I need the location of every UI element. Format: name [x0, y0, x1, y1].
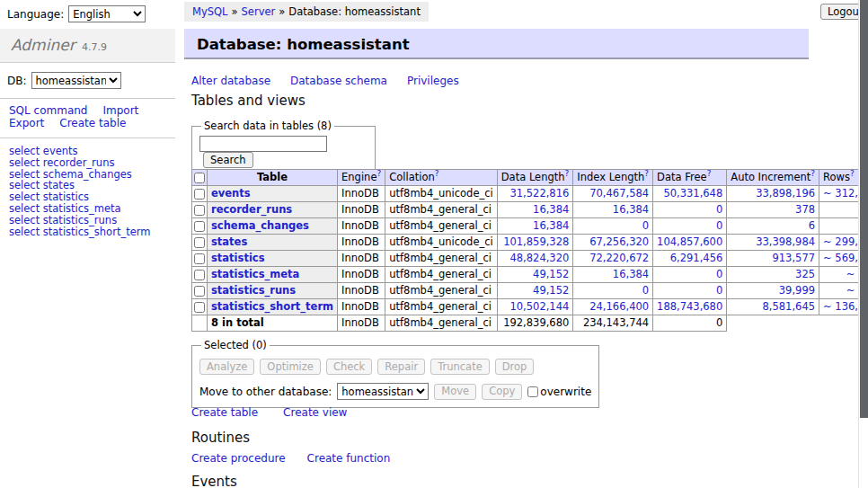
- sidebar-action-link[interactable]: Import: [102, 105, 138, 117]
- truncate-button[interactable]: Truncate: [430, 359, 490, 375]
- column-header: Collation?: [385, 170, 498, 186]
- row-checkbox[interactable]: [194, 189, 205, 200]
- overwrite-checkbox[interactable]: [527, 386, 538, 397]
- table-name-link[interactable]: statistics_short_term: [211, 300, 333, 313]
- data-length-link[interactable]: 10,502,144: [509, 300, 569, 313]
- search-fieldset: Search data in tables (8) Search: [191, 120, 376, 176]
- table-name-link[interactable]: statistics: [211, 252, 265, 264]
- help-link[interactable]: ?: [810, 169, 815, 178]
- search-button[interactable]: Search: [203, 152, 253, 168]
- data-free-link[interactable]: 0: [716, 284, 722, 297]
- index-length-link[interactable]: 16,384: [613, 203, 649, 216]
- table-name-link[interactable]: statistics_meta: [211, 268, 299, 280]
- data-length-link[interactable]: 101,859,328: [503, 235, 569, 248]
- auto-increment-link[interactable]: 33,398,984: [756, 235, 815, 248]
- auto-increment-link[interactable]: 33,898,196: [756, 187, 815, 200]
- data-free-link[interactable]: 0: [716, 203, 722, 216]
- table-name-link[interactable]: statistics_runs: [211, 284, 296, 297]
- sidebar-select-link[interactable]: select statistics_short_term: [9, 226, 166, 238]
- auto-increment-cell: 378: [727, 202, 819, 218]
- data-free-link[interactable]: 0: [716, 268, 722, 280]
- check-button[interactable]: Check: [326, 359, 372, 375]
- index-length-link[interactable]: 24,166,400: [589, 300, 649, 313]
- search-legend: Search data in tables (8): [201, 120, 334, 132]
- help-link[interactable]: ?: [644, 169, 649, 178]
- auto-increment-link[interactable]: 6: [809, 219, 815, 232]
- scrollbar-thumb[interactable]: [860, 0, 868, 418]
- optimize-button[interactable]: Optimize: [260, 359, 321, 375]
- auto-increment-link[interactable]: 913,577: [772, 252, 815, 264]
- index-length-link[interactable]: 72,220,672: [589, 252, 649, 264]
- copy-button[interactable]: Copy: [482, 384, 522, 400]
- analyze-button[interactable]: Analyze: [199, 359, 254, 375]
- auto-increment-link[interactable]: 39,999: [779, 284, 815, 297]
- create-link[interactable]: Create table: [191, 406, 258, 419]
- help-link[interactable]: ?: [376, 169, 381, 178]
- data-free-cell: 0: [653, 267, 727, 283]
- sidebar-select-link[interactable]: select recorder_runs: [9, 157, 166, 169]
- sidebar-select-link[interactable]: select statistics_runs: [9, 215, 166, 226]
- row-checkbox[interactable]: [194, 221, 205, 232]
- breadcrumb-item[interactable]: Server: [242, 5, 276, 18]
- sidebar-select-link[interactable]: select statistics_meta: [9, 203, 166, 215]
- index-length-link[interactable]: 67,256,320: [589, 235, 649, 248]
- row-checkbox[interactable]: [194, 270, 205, 280]
- sidebar-action-link[interactable]: SQL command: [9, 105, 87, 117]
- sidebar-action-link[interactable]: Create table: [59, 118, 126, 129]
- db-action-link[interactable]: Alter database: [191, 75, 270, 87]
- move-db-select[interactable]: homeassistant: [337, 383, 429, 400]
- data-free-link[interactable]: 50,331,648: [663, 187, 722, 200]
- move-button[interactable]: Move: [434, 384, 476, 400]
- table-name-link[interactable]: states: [211, 235, 247, 248]
- row-checkbox[interactable]: [194, 253, 205, 264]
- sidebar-action-link[interactable]: Export: [9, 118, 44, 129]
- help-link[interactable]: ?: [707, 169, 712, 178]
- routine-link[interactable]: Create procedure: [191, 452, 286, 465]
- vertical-scrollbar[interactable]: [858, 0, 868, 488]
- breadcrumb-item[interactable]: MySQL: [192, 5, 228, 18]
- table-name-link[interactable]: schema_changes: [211, 219, 309, 232]
- row-checkbox[interactable]: [194, 237, 205, 248]
- table-name-cell: recorder_runs: [208, 202, 338, 218]
- data-free-link[interactable]: 188,743,680: [657, 300, 722, 313]
- data-length-link[interactable]: 31,522,816: [509, 187, 569, 200]
- index-length-link[interactable]: 0: [642, 219, 649, 232]
- create-link[interactable]: Create view: [283, 406, 347, 419]
- sidebar-select-link[interactable]: select events: [9, 146, 166, 157]
- language-select[interactable]: English: [68, 5, 146, 22]
- data-free-link[interactable]: 6,291,456: [670, 252, 723, 264]
- data-length-link[interactable]: 49,152: [533, 284, 569, 297]
- tables-tbody: eventsInnoDButf8mb4_unicode_ci31,522,816…: [192, 186, 868, 332]
- drop-button[interactable]: Drop: [495, 359, 535, 375]
- auto-increment-link[interactable]: 325: [795, 268, 815, 280]
- auto-increment-link[interactable]: 378: [795, 203, 815, 216]
- index-length-link[interactable]: 16,384: [613, 268, 649, 280]
- table-name-cell: statistics_meta: [208, 267, 338, 283]
- search-input[interactable]: [199, 136, 327, 152]
- data-length-link[interactable]: 48,824,320: [509, 252, 569, 264]
- auto-increment-link[interactable]: 8,581,645: [763, 300, 816, 313]
- repair-button[interactable]: Repair: [377, 359, 425, 375]
- db-action-link[interactable]: Database schema: [290, 75, 387, 87]
- table-name-link[interactable]: events: [211, 187, 251, 200]
- data-free-link[interactable]: 104,857,600: [657, 235, 722, 248]
- routine-link[interactable]: Create function: [307, 452, 391, 465]
- sidebar: Language:English Adminer 4.7.9 DB:homeas…: [0, 0, 175, 244]
- total-collation: utf8mb4_general_ci: [385, 315, 498, 332]
- data-length-link[interactable]: 16,384: [533, 203, 569, 216]
- table-name-link[interactable]: recorder_runs: [211, 203, 292, 216]
- row-checkbox[interactable]: [194, 205, 205, 216]
- help-link[interactable]: ?: [850, 169, 855, 178]
- row-checkbox[interactable]: [194, 302, 205, 313]
- data-length-link[interactable]: 49,152: [533, 268, 569, 280]
- index-length-link[interactable]: 70,467,584: [589, 187, 649, 200]
- index-length-link[interactable]: 0: [642, 284, 649, 297]
- db-select[interactable]: homeassistant: [31, 72, 121, 89]
- check-all-checkbox[interactable]: [194, 173, 205, 183]
- data-free-link[interactable]: 0: [716, 219, 722, 232]
- help-link[interactable]: ?: [435, 169, 439, 178]
- db-action-link[interactable]: Privileges: [407, 75, 459, 87]
- row-checkbox[interactable]: [194, 286, 205, 297]
- data-length-link[interactable]: 16,384: [533, 219, 569, 232]
- help-link[interactable]: ?: [565, 169, 570, 178]
